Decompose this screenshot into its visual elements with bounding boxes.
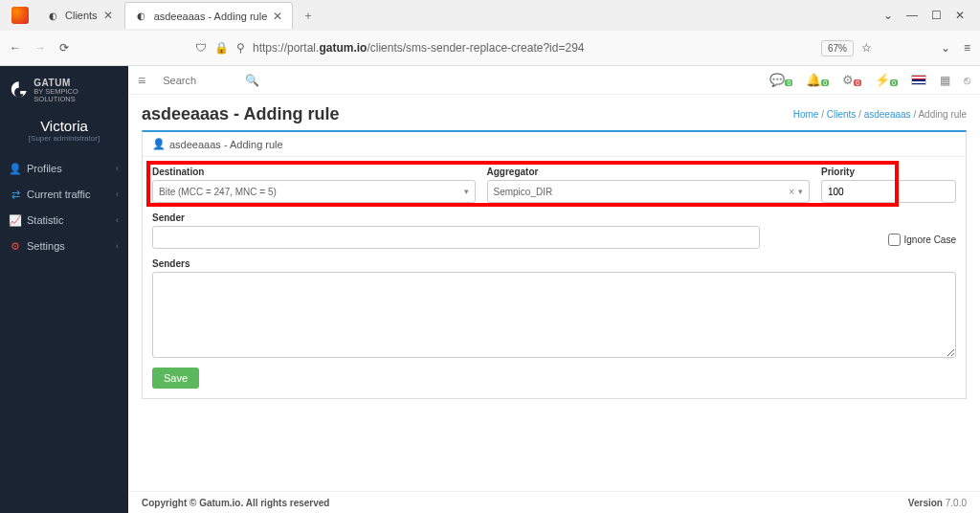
statistic-icon: 📈 — [10, 214, 21, 227]
checkbox-label: Ignore Case — [904, 234, 956, 245]
pocket-icon[interactable]: ⌄ — [941, 41, 950, 55]
brand-byline: BY SEMPICO SOLUTIONS — [33, 88, 119, 104]
app-root: GATUM BY SEMPICO SOLUTIONS Victoria [Sup… — [0, 66, 980, 513]
label-senders: Senders — [152, 258, 956, 269]
page: asdeeaaas - Adding rule Home / Clients /… — [128, 95, 980, 491]
search-input[interactable] — [163, 75, 239, 86]
firefox-icon — [11, 7, 29, 24]
url-bar[interactable]: https://portal.gatum.io/clients/sms-send… — [253, 41, 813, 55]
select-aggregator[interactable]: Sempico_DIR × ▾ — [487, 180, 811, 203]
label-sender: Sender — [152, 212, 877, 223]
profiles-icon: 👤 — [10, 163, 21, 175]
sidebar-item-current-traffic[interactable]: ⇄ Current traffic ‹ — [0, 182, 128, 208]
form-card: 👤 asdeeaaas - Adding rule Destination Bi… — [142, 130, 967, 399]
field-senders: Senders — [152, 258, 956, 358]
browser-toolbar: ← → ⟳ 🛡 🔒 ⚲ https://portal.gatum.io/clie… — [0, 31, 980, 65]
close-icon[interactable]: ✕ — [103, 9, 113, 22]
page-head: asdeeaaas - Adding rule Home / Clients /… — [142, 104, 967, 124]
footer-copyright: Copyright © Gatum.io. All rights reserve… — [142, 498, 329, 508]
sidebar-item-label: Profiles — [27, 163, 62, 174]
sidebar-item-label: Settings — [27, 240, 65, 252]
zoom-level[interactable]: 67% — [821, 40, 854, 56]
lock-icon[interactable]: 🔒 — [214, 41, 229, 55]
field-priority: Priority — [821, 167, 956, 203]
chevron-left-icon: ‹ — [116, 215, 119, 225]
address-area: 🛡 🔒 ⚲ https://portal.gatum.io/clients/sm… — [195, 40, 872, 56]
brand-logo-icon — [10, 79, 28, 102]
label-destination: Destination — [152, 167, 476, 177]
grid-icon[interactable]: ▦ — [940, 74, 950, 87]
browser-chrome: ◐ Clients ✕ ◐ asdeeaaas - Adding rule ✕ … — [0, 0, 980, 66]
tab-favicon: ◐ — [135, 10, 148, 23]
caret-down-icon: ▾ — [464, 187, 469, 196]
input-priority[interactable] — [821, 180, 956, 203]
card-head: 👤 asdeeaaas - Adding rule — [143, 132, 966, 157]
maximize-icon[interactable]: ☐ — [931, 9, 942, 22]
tab-strip: ◐ Clients ✕ ◐ asdeeaaas - Adding rule ✕ … — [0, 0, 980, 31]
notifications-icon[interactable]: 🔔0 — [806, 73, 829, 87]
person-icon: 👤 — [152, 138, 166, 150]
chevron-left-icon: ‹ — [116, 241, 119, 251]
messages-icon[interactable]: 💬0 — [769, 73, 792, 87]
hamburger-icon[interactable]: ≡ — [138, 73, 145, 88]
menu-icon[interactable]: ≡ — [964, 41, 970, 55]
search-icon[interactable]: 🔍 — [245, 74, 259, 87]
new-tab-button[interactable]: ＋ — [295, 4, 322, 28]
browser-tab-clients[interactable]: ◐ Clients ✕ — [36, 2, 122, 29]
brand: GATUM BY SEMPICO SOLUTIONS — [0, 66, 128, 110]
card-body: Destination Bite (MCC = 247, MNC = 5) ▾ … — [143, 157, 966, 398]
language-flag-icon[interactable] — [911, 75, 926, 85]
save-button[interactable]: Save — [152, 368, 199, 389]
label-aggregator: Aggregator — [487, 167, 811, 177]
shield-icon[interactable]: 🛡 — [195, 41, 207, 55]
breadcrumb-clients[interactable]: Clients — [827, 109, 857, 120]
permissions-icon[interactable]: ⚲ — [236, 41, 245, 55]
row-sender: Sender Ignore Case — [152, 212, 956, 249]
logout-icon[interactable]: ⎋ — [964, 74, 970, 87]
side-nav: 👤 Profiles ‹ ⇄ Current traffic ‹ 📈 Stati… — [0, 156, 128, 259]
activity-icon[interactable]: ⚡0 — [875, 73, 898, 87]
sidebar-item-profiles[interactable]: 👤 Profiles ‹ — [0, 156, 128, 182]
textarea-senders[interactable] — [152, 272, 956, 358]
clear-icon[interactable]: × — [789, 187, 794, 197]
chevron-down-icon[interactable]: ⌄ — [883, 9, 893, 22]
bookmark-star-icon[interactable]: ☆ — [861, 41, 872, 55]
browser-tab-adding-rule[interactable]: ◐ asdeeaaas - Adding rule ✕ — [124, 2, 294, 29]
chevron-left-icon: ‹ — [116, 190, 119, 199]
sidebar-item-label: Statistic — [27, 214, 64, 226]
tab-title: asdeeaaas - Adding rule — [154, 11, 268, 22]
select-value: Sempico_DIR — [494, 187, 786, 197]
settings-icon: ⚙ — [10, 240, 21, 253]
system-icon[interactable]: ⚙0 — [842, 73, 861, 87]
checkbox-ignore-case[interactable]: Ignore Case — [888, 230, 956, 249]
breadcrumb-home[interactable]: Home — [793, 109, 819, 120]
traffic-icon: ⇄ — [10, 189, 21, 201]
sidebar-item-settings[interactable]: ⚙ Settings ‹ — [0, 234, 128, 259]
label-priority: Priority — [821, 167, 956, 177]
sidebar: GATUM BY SEMPICO SOLUTIONS Victoria [Sup… — [0, 66, 128, 513]
select-destination[interactable]: Bite (MCC = 247, MNC = 5) ▾ — [152, 180, 476, 203]
sidebar-item-label: Current traffic — [27, 189, 90, 200]
tab-favicon: ◐ — [46, 9, 59, 22]
footer: Copyright © Gatum.io. All rights reserve… — [128, 491, 980, 513]
input-sender[interactable] — [152, 226, 760, 249]
page-title: asdeeaaas - Adding rule — [142, 104, 339, 124]
forward-icon: → — [34, 41, 46, 55]
topbar-right: 💬0 🔔0 ⚙0 ⚡0 ▦ ⎋ — [769, 73, 970, 87]
checkbox-input[interactable] — [888, 234, 901, 246]
select-value: Bite (MCC = 247, MNC = 5) — [159, 187, 464, 197]
chevron-left-icon: ‹ — [116, 164, 119, 173]
breadcrumb-current: Adding rule — [918, 109, 967, 120]
user-block: Victoria [Super administrator] — [0, 110, 128, 146]
minimize-icon[interactable]: — — [906, 9, 918, 22]
search-wrap: 🔍 — [163, 74, 259, 87]
breadcrumb: Home / Clients / asdeeaaas / Adding rule — [793, 109, 967, 120]
back-icon[interactable]: ← — [10, 41, 21, 55]
sidebar-item-statistic[interactable]: 📈 Statistic ‹ — [0, 208, 128, 234]
reload-icon[interactable]: ⟳ — [59, 41, 69, 55]
user-role: [Super administrator] — [0, 134, 128, 143]
close-window-icon[interactable]: ✕ — [955, 9, 965, 22]
field-sender: Sender — [152, 212, 877, 249]
breadcrumb-client[interactable]: asdeeaaas — [864, 109, 911, 120]
close-icon[interactable]: ✕ — [273, 10, 282, 23]
